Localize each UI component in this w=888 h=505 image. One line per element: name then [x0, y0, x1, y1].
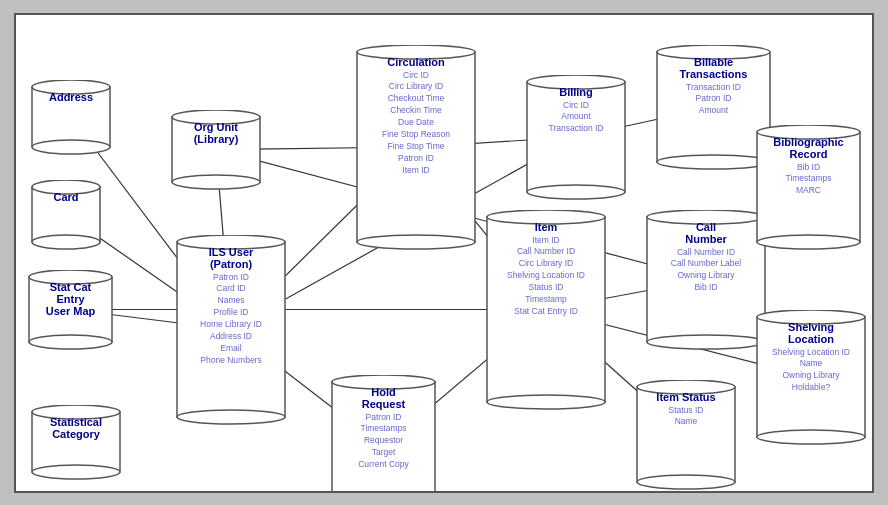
- entity-fields-item_status: Status ID Name: [638, 405, 734, 429]
- entity-content-billable_transactions: Billable TransactionsTransaction ID Patr…: [658, 56, 769, 118]
- entity-circulation: CirculationCirc ID Circ Library ID Check…: [356, 45, 476, 251]
- entity-fields-item: Item ID Call Number ID Circ Library ID S…: [488, 235, 604, 318]
- svg-point-56: [757, 235, 860, 249]
- svg-point-41: [527, 185, 625, 199]
- entity-billing: BillingCirc ID Amount Transaction ID: [526, 75, 626, 201]
- entity-ils_user: ILS User (Patron)Patron ID Card ID Names…: [176, 235, 286, 426]
- entity-item: ItemItem ID Call Number ID Circ Library …: [486, 210, 606, 411]
- entity-content-hold_request: Hold RequestPatron ID Timestamps Request…: [333, 386, 434, 471]
- entity-title-billing: Billing: [528, 86, 624, 98]
- entity-title-billable_transactions: Billable Transactions: [658, 56, 769, 80]
- entity-title-org_unit: Org Unit (Library): [173, 121, 259, 145]
- entity-title-stat_cat_entry: Stat Cat Entry User Map: [30, 281, 111, 317]
- entity-item_status: Item StatusStatus ID Name: [636, 380, 736, 491]
- entity-stat_cat_entry: Stat Cat Entry User Map: [28, 270, 113, 351]
- svg-point-53: [647, 335, 765, 349]
- svg-point-32: [172, 175, 260, 189]
- svg-point-23: [32, 235, 100, 249]
- svg-point-59: [637, 475, 735, 489]
- entity-title-ils_user: ILS User (Patron): [178, 246, 284, 270]
- svg-point-29: [32, 465, 120, 479]
- entity-content-item: ItemItem ID Call Number ID Circ Library …: [488, 221, 604, 318]
- svg-point-20: [32, 140, 110, 154]
- entity-fields-call_number: Call Number ID Call Number Label Owning …: [648, 247, 764, 295]
- entity-content-stat_cat_entry: Stat Cat Entry User Map: [30, 281, 111, 319]
- entity-content-shelving_location: Shelving LocationShelving Location ID Na…: [758, 321, 864, 395]
- entity-title-item_status: Item Status: [638, 391, 734, 403]
- svg-point-62: [757, 430, 865, 444]
- entity-statistical_category: Statistical Category: [31, 405, 121, 481]
- entity-shelving_location: Shelving LocationShelving Location ID Na…: [756, 310, 866, 446]
- diagram-container: AddressCardStat Cat Entry User MapStatis…: [14, 13, 874, 493]
- svg-point-44: [657, 155, 770, 169]
- svg-point-35: [177, 410, 285, 424]
- entity-fields-ils_user: Patron ID Card ID Names Profile ID Home …: [178, 272, 284, 367]
- entity-org_unit: Org Unit (Library): [171, 110, 261, 191]
- entity-call_number: Call NumberCall Number ID Call Number La…: [646, 210, 766, 351]
- entity-title-call_number: Call Number: [648, 221, 764, 245]
- entity-fields-shelving_location: Shelving Location ID Name Owning Library…: [758, 347, 864, 395]
- svg-point-47: [487, 395, 605, 409]
- svg-point-26: [29, 335, 112, 349]
- entity-content-ils_user: ILS User (Patron)Patron ID Card ID Names…: [178, 246, 284, 367]
- entity-content-circulation: CirculationCirc ID Circ Library ID Check…: [358, 56, 474, 177]
- entity-content-org_unit: Org Unit (Library): [173, 121, 259, 147]
- entity-hold_request: Hold RequestPatron ID Timestamps Request…: [331, 375, 436, 493]
- entity-title-hold_request: Hold Request: [333, 386, 434, 410]
- entity-title-item: Item: [488, 221, 604, 233]
- entity-fields-bibliographic_record: Bib ID Timestamps MARC: [758, 162, 859, 198]
- entity-content-call_number: Call NumberCall Number ID Call Number La…: [648, 221, 764, 295]
- entity-card: Card: [31, 180, 101, 251]
- entity-content-bibliographic_record: Bibliographic RecordBib ID Timestamps MA…: [758, 136, 859, 198]
- entity-fields-billable_transactions: Transaction ID Patron ID Amount: [658, 82, 769, 118]
- entity-title-circulation: Circulation: [358, 56, 474, 68]
- entity-content-address: Address: [33, 91, 109, 105]
- entity-fields-circulation: Circ ID Circ Library ID Checkout Time Ch…: [358, 70, 474, 177]
- entity-content-billing: BillingCirc ID Amount Transaction ID: [528, 86, 624, 136]
- entity-title-card: Card: [33, 191, 99, 203]
- entity-title-bibliographic_record: Bibliographic Record: [758, 136, 859, 160]
- entity-title-statistical_category: Statistical Category: [33, 416, 119, 440]
- entity-fields-hold_request: Patron ID Timestamps Requestor Target Cu…: [333, 412, 434, 471]
- entity-content-item_status: Item StatusStatus ID Name: [638, 391, 734, 429]
- entity-billable_transactions: Billable TransactionsTransaction ID Patr…: [656, 45, 771, 171]
- entity-bibliographic_record: Bibliographic RecordBib ID Timestamps MA…: [756, 125, 861, 251]
- entity-fields-billing: Circ ID Amount Transaction ID: [528, 100, 624, 136]
- entity-content-statistical_category: Statistical Category: [33, 416, 119, 442]
- entity-address: Address: [31, 80, 111, 156]
- entity-title-address: Address: [33, 91, 109, 103]
- entity-title-shelving_location: Shelving Location: [758, 321, 864, 345]
- entity-content-card: Card: [33, 191, 99, 205]
- svg-point-38: [357, 235, 475, 249]
